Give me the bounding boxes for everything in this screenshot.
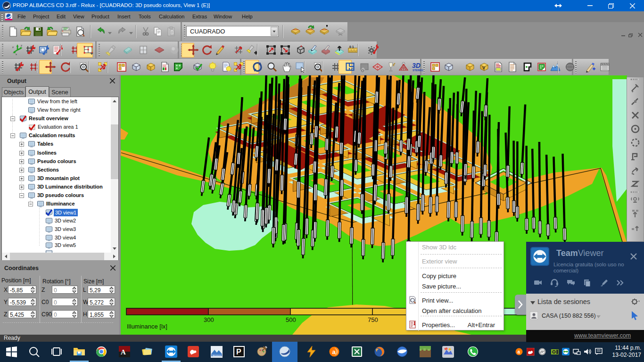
svg-text:P: P xyxy=(236,348,241,356)
svg-text:500: 500 xyxy=(286,316,296,323)
svg-text:3D: 3D xyxy=(412,62,421,69)
svg-text:a: a xyxy=(518,349,520,354)
svg-text:STEREO: STEREO xyxy=(413,69,423,72)
svg-text:a: a xyxy=(332,348,336,355)
svg-text:V: V xyxy=(482,66,485,70)
svg-text:300: 300 xyxy=(204,316,214,323)
svg-text:z: z xyxy=(12,46,14,49)
svg-text:A: A xyxy=(121,348,126,356)
svg-text:750: 750 xyxy=(368,316,378,323)
svg-text:0 1: 0 1 xyxy=(349,45,354,49)
svg-text:Illuminance [lx]: Illuminance [lx] xyxy=(127,323,167,330)
svg-text:Mountains: Mountains xyxy=(213,354,221,357)
svg-text:x: x xyxy=(16,53,17,56)
svg-text:y: y xyxy=(21,44,22,47)
